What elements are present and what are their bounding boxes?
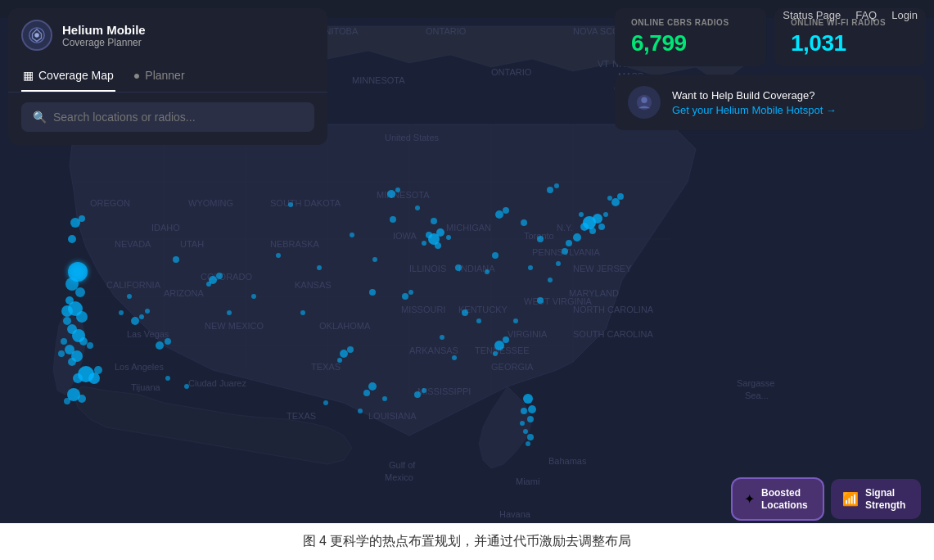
svg-text:ILLINOIS: ILLINOIS	[409, 264, 446, 273]
svg-text:IOWA: IOWA	[393, 231, 417, 241]
svg-point-141	[521, 408, 527, 414]
svg-point-127	[598, 224, 605, 230]
svg-text:ARKANSAS: ARKANSAS	[409, 345, 458, 355]
svg-point-110	[173, 256, 179, 263]
svg-point-184	[382, 396, 387, 401]
svg-text:MARYLAND: MARYLAND	[569, 288, 619, 298]
tab-coverage-map[interactable]: ▦ Coverage Map	[21, 64, 115, 92]
svg-point-146	[526, 441, 530, 446]
cbrs-stat-value: 6,799	[631, 30, 750, 56]
svg-text:KANSAS: KANSAS	[295, 280, 332, 290]
svg-text:MICHIGAN: MICHIGAN	[446, 223, 491, 233]
svg-point-84	[63, 317, 71, 325]
svg-point-95	[88, 373, 100, 384]
svg-text:Los Angeles: Los Angeles	[115, 362, 164, 372]
svg-point-128	[603, 212, 608, 217]
svg-point-129	[579, 212, 584, 217]
svg-text:SOUTH DAKOTA: SOUTH DAKOTA	[270, 198, 341, 208]
svg-point-159	[455, 264, 462, 271]
svg-point-169	[440, 335, 444, 340]
svg-point-149	[337, 358, 342, 363]
svg-point-177	[390, 216, 396, 223]
svg-point-106	[216, 273, 223, 279]
status-page-link[interactable]: Status Page	[783, 9, 841, 21]
help-link[interactable]: Get your Helium Mobile Hotspot →	[672, 104, 837, 116]
svg-point-178	[415, 205, 420, 210]
svg-text:MINNESOTA: MINNESOTA	[352, 75, 405, 85]
svg-point-196	[641, 97, 647, 103]
svg-text:VIRGINIA: VIRGINIA	[508, 329, 548, 339]
svg-point-173	[528, 265, 533, 270]
svg-point-174	[548, 278, 553, 282]
svg-point-88	[61, 338, 67, 345]
svg-text:Gulf of: Gulf of	[389, 460, 416, 470]
svg-text:COLORADO: COLORADO	[201, 272, 252, 282]
svg-text:NEBRASKA: NEBRASKA	[270, 239, 320, 249]
svg-point-107	[206, 282, 211, 287]
login-link[interactable]: Login	[891, 9, 918, 21]
help-avatar	[628, 86, 661, 119]
svg-text:Miami: Miami	[516, 476, 539, 486]
svg-point-181	[227, 310, 232, 315]
svg-point-119	[495, 210, 503, 219]
svg-point-80	[75, 287, 85, 297]
svg-point-143	[520, 421, 525, 426]
svg-text:NEW MEXICO: NEW MEXICO	[205, 321, 264, 331]
bottom-buttons: ✦ BoostedLocations 📶 SignalStrength	[733, 479, 921, 519]
svg-point-176	[288, 202, 293, 207]
help-text: Want to Help Build Coverage? Get your He…	[672, 89, 837, 116]
svg-point-132	[607, 196, 612, 201]
help-card: Want to Help Build Coverage? Get your He…	[615, 75, 926, 130]
page-wrapper: OREGON NEVADA CALIFORNIA IDAHO WYOMING U…	[0, 0, 934, 560]
svg-point-133	[573, 233, 581, 242]
caption-text: 图 4 更科学的热点布置规划，并通过代币激励去调整布局	[303, 534, 632, 548]
boosted-locations-button[interactable]: ✦ BoostedLocations	[733, 479, 823, 519]
signal-strength-button[interactable]: 📶 SignalStrength	[831, 479, 921, 519]
svg-point-182	[323, 400, 328, 405]
svg-point-171	[476, 318, 481, 323]
svg-point-186	[145, 309, 150, 314]
svg-point-92	[58, 350, 65, 357]
svg-point-194	[34, 33, 39, 38]
svg-text:United States: United States	[385, 133, 440, 142]
svg-point-170	[452, 355, 457, 360]
svg-point-100	[64, 398, 70, 404]
svg-point-121	[521, 219, 527, 226]
tab-planner[interactable]: ● Planner	[132, 64, 187, 92]
svg-text:ARIZONA: ARIZONA	[164, 288, 205, 298]
signal-icon: 📶	[842, 491, 859, 507]
caption: 图 4 更科学的热点布置规划，并通过代币激励去调整布局	[0, 523, 934, 560]
svg-point-83	[76, 311, 88, 323]
search-bar: 🔍	[8, 93, 327, 145]
svg-text:Bahamas: Bahamas	[548, 456, 587, 466]
search-input[interactable]	[53, 111, 303, 124]
svg-text:OKLAHOMA: OKLAHOMA	[319, 321, 371, 331]
svg-point-97	[94, 366, 102, 374]
svg-text:MINNESOTA: MINNESOTA	[377, 190, 430, 200]
svg-point-158	[537, 297, 544, 304]
svg-text:OREGON: OREGON	[90, 198, 130, 208]
svg-text:UTAH: UTAH	[180, 239, 204, 249]
svg-point-155	[402, 293, 408, 300]
svg-text:IDAHO: IDAHO	[151, 223, 180, 233]
wifi-stat-value: 1,031	[791, 30, 909, 56]
coverage-map-icon: ▦	[23, 69, 34, 82]
svg-point-147	[340, 350, 348, 358]
svg-text:NORTH CAROLINA: NORTH CAROLINA	[573, 305, 654, 314]
svg-point-131	[617, 193, 624, 200]
svg-point-160	[492, 252, 499, 259]
svg-point-99	[78, 395, 86, 403]
faq-link[interactable]: FAQ	[855, 9, 877, 21]
svg-text:Mexico: Mexico	[385, 472, 413, 482]
signal-label: SignalStrength	[865, 487, 905, 511]
help-title: Want to Help Build Coverage?	[672, 89, 837, 102]
svg-point-108	[156, 341, 164, 350]
svg-text:NEW JERSEY: NEW JERSEY	[573, 264, 632, 273]
svg-point-93	[87, 342, 93, 349]
svg-text:NEVADA: NEVADA	[115, 239, 151, 249]
svg-point-166	[317, 265, 322, 270]
svg-point-115	[422, 241, 426, 246]
svg-point-162	[431, 218, 437, 224]
svg-point-172	[513, 318, 518, 323]
svg-text:Sea...: Sea...	[745, 391, 769, 400]
